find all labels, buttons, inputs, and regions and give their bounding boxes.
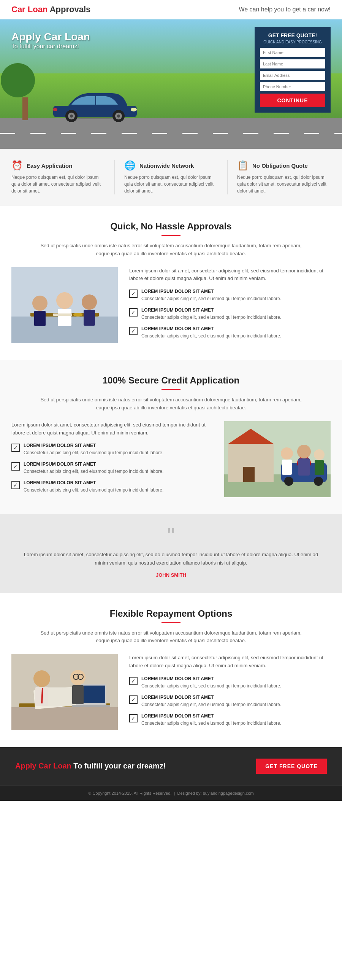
- section3-image: [11, 654, 118, 730]
- svg-point-30: [281, 447, 293, 460]
- section3-check-1: ✓ LOREM IPSUM DOLOR SIT AMET Consectetur…: [129, 676, 331, 689]
- section1-content: Lorem ipsum dolor sit amet, consectetur …: [11, 267, 331, 345]
- check-content-8: LOREM IPSUM DOLOR SIT AMET Consectetur a…: [141, 695, 281, 708]
- svg-rect-18: [84, 310, 95, 326]
- section2-intro: Sed ut perspiciatis unde omnis iste natu…: [38, 396, 304, 412]
- checkmark-icon-6: ✓: [11, 481, 20, 489]
- globe-icon: 🌐: [124, 160, 136, 171]
- svg-point-7: [117, 115, 120, 118]
- check-title-5: LOREM IPSUM DOLOR SIT AMET: [24, 461, 163, 467]
- svg-rect-31: [282, 460, 292, 475]
- svg-rect-48: [72, 685, 84, 704]
- svg-point-9: [53, 108, 57, 111]
- footer-cta-red: Apply Car Loan: [15, 762, 71, 770]
- email-input[interactable]: [260, 71, 325, 80]
- check-content-7: LOREM IPSUM DOLOR SIT AMET Consectetur a…: [141, 676, 281, 689]
- feature-text-2: Neque porro quisquam est, qui dolor ipsu…: [124, 174, 218, 194]
- checkmark-icon-4: ✓: [11, 444, 20, 452]
- svg-point-27: [284, 477, 293, 486]
- feature-header-3: 📋 No Obligation Quote: [237, 160, 308, 171]
- section3-check-3: ✓ LOREM IPSUM DOLOR SIT AMET Consectetur…: [129, 713, 331, 727]
- check-title-1: LOREM IPSUM DOLOR SIT AMET: [141, 289, 281, 294]
- testimonial-section: " Lorem ipsum dolor sit amet, consectetu…: [0, 514, 342, 593]
- section-repayment: Flexible Repayment Options Sed ut perspi…: [0, 593, 342, 747]
- section3-title-line: [162, 622, 180, 623]
- checkmark-icon-1: ✓: [129, 290, 138, 298]
- section3-col-content: Lorem ipsum dolor sit amet, consectetur …: [129, 654, 331, 732]
- continue-button[interactable]: CONTINUE: [260, 94, 325, 107]
- feature-no-obligation: 📋 No Obligation Quote Neque porro quisqu…: [237, 160, 331, 194]
- section-secure: 100% Secure Credit Application Sed ut pe…: [0, 360, 342, 514]
- hero-text: Apply Car Loan To fulfill your car dream…: [11, 31, 90, 50]
- svg-point-34: [314, 449, 325, 460]
- section3-title: Flexible Repayment Options: [11, 608, 331, 619]
- section1-check-3: ✓ LOREM IPSUM DOLOR SIT AMET Consectetur…: [129, 326, 331, 339]
- feature-title-1: Easy Application: [27, 162, 72, 169]
- last-name-input[interactable]: [260, 59, 325, 68]
- feature-text-3: Neque porro quisquam est, qui dolor ipsu…: [237, 174, 331, 194]
- section1-title: Quick, No Hassle Approvals: [11, 221, 331, 232]
- feature-title-2: Nationwide Network: [139, 162, 194, 169]
- check-text-7: Consectetur adipis cing elit, sed eiusmo…: [141, 682, 281, 689]
- check-content-9: LOREM IPSUM DOLOR SIT AMET Consectetur a…: [141, 713, 281, 727]
- footer-cta: Apply Car Loan To fulfill your car dream…: [0, 747, 342, 785]
- hero-tree: [15, 63, 35, 120]
- footer-cta-white: To fulfill your car dreamz!: [73, 762, 166, 770]
- svg-point-44: [33, 670, 50, 687]
- check-title-4: LOREM IPSUM DOLOR SIT AMET: [24, 443, 163, 448]
- checkmark-icon-3: ✓: [129, 327, 138, 335]
- section1-check-2: ✓ LOREM IPSUM DOLOR SIT AMET Consectetur…: [129, 307, 331, 321]
- checkmark-icon-7: ✓: [129, 677, 138, 685]
- section1-intro: Sed ut perspiciatis unde omnis iste natu…: [38, 242, 304, 258]
- feature-divider-2: [227, 160, 228, 194]
- check-text-4: Consectetur adipis cing elit, sed eiusmo…: [24, 449, 163, 456]
- svg-point-8: [131, 108, 137, 111]
- footer-designer: Designed by: buylandingpagedesign.com: [177, 791, 253, 795]
- svg-rect-33: [298, 458, 310, 476]
- page-footer: © Copyright 2014-2015. All Rights Reserv…: [0, 785, 342, 801]
- testimonial-text: Lorem ipsum dolor sit amet, consectetur …: [23, 550, 319, 567]
- svg-rect-37: [11, 707, 118, 730]
- family-image: [224, 421, 331, 497]
- svg-point-28: [314, 477, 323, 486]
- svg-rect-25: [243, 467, 255, 482]
- testimonial-author: JOHN SMITH: [23, 572, 319, 578]
- feature-text-1: Neque porro quisquam est, qui dolor ipsu…: [11, 174, 105, 194]
- logo-black: Approvals: [50, 5, 91, 14]
- hero-subheadline: To fulfill your car dreamz!: [11, 43, 90, 50]
- check-title-8: LOREM IPSUM DOLOR SIT AMET: [141, 695, 281, 700]
- feature-divider-1: [114, 160, 115, 194]
- quote-form: GET FREE QUOTE! QUICK AND EASY PROCESSIN…: [255, 27, 331, 113]
- check-text-9: Consectetur adipis cing elit, sed eiusmo…: [141, 720, 281, 727]
- check-text-5: Consectetur adipis cing elit, sed eiusmo…: [24, 468, 163, 475]
- hero-car: [46, 85, 144, 123]
- clock-icon: ⏰: [11, 160, 23, 171]
- hero-section: Apply Car Loan To fulfill your car dream…: [0, 19, 342, 149]
- check-content-6: LOREM IPSUM DOLOR SIT AMET Consectetur a…: [24, 480, 163, 493]
- section3-col-text: Lorem ipsum dolor sit amet, consectetur …: [129, 654, 331, 670]
- section2-check-1: ✓ LOREM IPSUM DOLOR SIT AMET Consectetur…: [11, 443, 213, 456]
- svg-point-13: [32, 296, 48, 311]
- check-title-9: LOREM IPSUM DOLOR SIT AMET: [141, 713, 281, 719]
- svg-point-15: [56, 292, 73, 309]
- feature-header-2: 🌐 Nationwide Network: [124, 160, 194, 171]
- check-text-3: Consectetur adipis cing elit, sed eiusmo…: [141, 332, 281, 339]
- check-title-7: LOREM IPSUM DOLOR SIT AMET: [141, 676, 281, 681]
- meeting-image: [11, 267, 118, 343]
- svg-point-20: [73, 313, 82, 317]
- check-title-3: LOREM IPSUM DOLOR SIT AMET: [141, 326, 281, 331]
- header-tagline: We can help you to get a car now!: [239, 6, 331, 13]
- phone-input[interactable]: [260, 82, 325, 91]
- logo: Car Loan Approvals: [11, 5, 90, 14]
- check-text-8: Consectetur adipis cing elit, sed eiusmo…: [141, 701, 281, 708]
- section2-col-text: Lorem ipsum dolor sit amet, consectetur …: [11, 421, 213, 437]
- section1-check-1: ✓ LOREM IPSUM DOLOR SIT AMET Consectetur…: [129, 289, 331, 302]
- check-content-1: LOREM IPSUM DOLOR SIT AMET Consectetur a…: [141, 289, 281, 302]
- first-name-input[interactable]: [260, 48, 325, 57]
- svg-rect-35: [315, 460, 324, 475]
- hero-headline: Apply Car Loan: [11, 31, 90, 43]
- footer-cta-button[interactable]: GET FREE QUOTE: [256, 759, 327, 774]
- section-approvals: Quick, No Hassle Approvals Sed ut perspi…: [0, 206, 342, 360]
- checkmark-icon-5: ✓: [11, 462, 20, 471]
- section2-check-2: ✓ LOREM IPSUM DOLOR SIT AMET Consectetur…: [11, 461, 213, 475]
